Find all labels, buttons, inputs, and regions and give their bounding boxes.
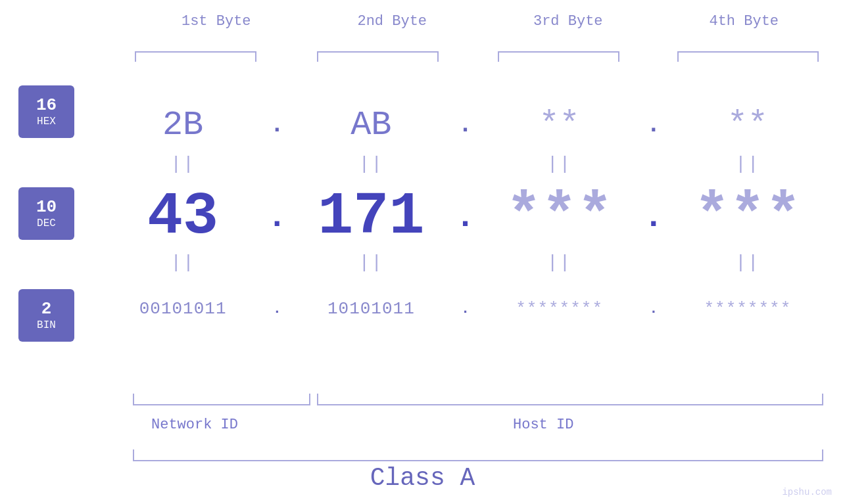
eq-row-1: || || || ||: [102, 154, 829, 174]
dot-bin-2: .: [452, 301, 479, 317]
hex-cell-1: 2B: [102, 106, 264, 145]
bin-cell-2: 10101011: [290, 299, 452, 319]
dot-bin-3: .: [640, 301, 667, 317]
top-bracket-2: [317, 51, 439, 62]
eq-1-3: ||: [479, 155, 640, 173]
host-id-bracket: [317, 394, 823, 405]
top-bracket-3: [498, 51, 619, 62]
network-id-bracket: [133, 394, 310, 405]
eq-1-4: ||: [667, 155, 829, 173]
column-headers: 1st Byte 2nd Byte 3rd Byte 4th Byte: [128, 13, 832, 30]
eq-1-1: ||: [102, 155, 264, 173]
bin-row: 00101011 . 10101011 . ******** . *******…: [102, 279, 829, 338]
bin-cell-1: 00101011: [102, 299, 264, 319]
top-bracket-4: [677, 51, 819, 62]
hex-cell-2: AB: [290, 106, 452, 145]
full-bottom-bracket: [133, 449, 823, 461]
class-label: Class A: [0, 464, 845, 492]
bin-cell-3: ********: [479, 299, 640, 319]
top-bracket-1: [135, 51, 256, 62]
dot-hex-1: .: [264, 112, 290, 139]
bin-badge: 2 BIN: [18, 289, 74, 342]
eq-2-2: ||: [290, 254, 452, 272]
dot-bin-1: .: [264, 301, 290, 317]
dec-badge: 10 DEC: [18, 187, 74, 240]
col-header-4: 4th Byte: [656, 13, 833, 30]
dec-cell-1: 43: [102, 183, 264, 250]
eq-2-3: ||: [479, 254, 640, 272]
dot-hex-3: .: [640, 112, 667, 139]
network-id-label: Network ID: [151, 417, 238, 433]
eq-2-4: ||: [667, 254, 829, 272]
bin-cell-4: ********: [667, 299, 829, 319]
dot-dec-2: .: [452, 198, 479, 236]
host-id-label: Host ID: [513, 417, 573, 433]
watermark: ipshu.com: [782, 487, 832, 497]
dec-cell-4: ***: [667, 183, 829, 250]
hex-cell-3: **: [479, 106, 640, 145]
eq-2-1: ||: [102, 254, 264, 272]
dot-dec-3: .: [640, 198, 667, 236]
dec-cell-3: ***: [479, 183, 640, 250]
eq-1-2: ||: [290, 155, 452, 173]
hex-row: 2B . AB . ** . **: [102, 95, 829, 154]
hex-badge: 16 HEX: [18, 85, 74, 138]
col-header-2: 2nd Byte: [304, 13, 481, 30]
col-header-3: 3rd Byte: [480, 13, 656, 30]
dot-hex-2: .: [452, 112, 479, 139]
content-area: 2B . AB . ** . ** || || || ||: [102, 69, 829, 338]
main-container: 1st Byte 2nd Byte 3rd Byte 4th Byte 16 H…: [0, 0, 845, 504]
eq-row-2: || || || ||: [102, 253, 829, 273]
dec-cell-2: 171: [290, 183, 452, 250]
hex-cell-4: **: [667, 106, 829, 145]
dec-row: 43 . 171 . *** . ***: [102, 181, 829, 253]
col-header-1: 1st Byte: [128, 13, 304, 30]
dot-dec-1: .: [264, 198, 290, 236]
base-badges: 16 HEX 10 DEC 2 BIN: [18, 85, 74, 342]
